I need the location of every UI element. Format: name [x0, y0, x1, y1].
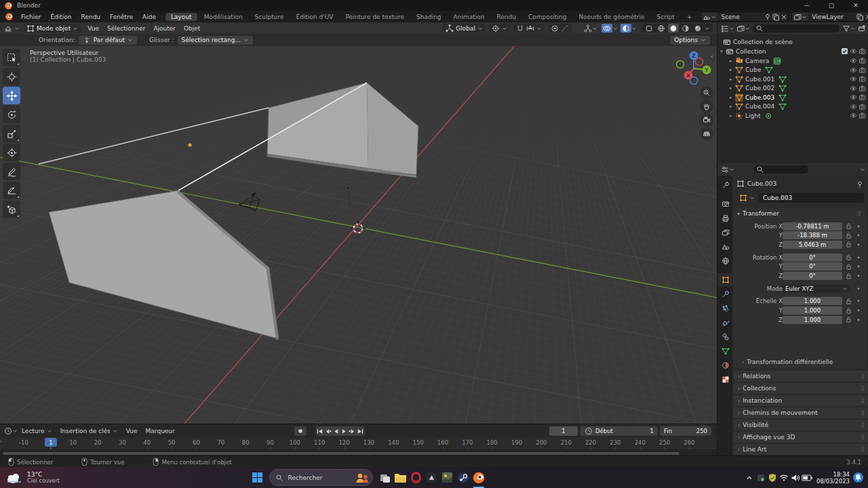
disclosure-triangle[interactable]: ▸ — [730, 77, 735, 82]
workspace-tab--dition-d-uv[interactable]: Édition d'UV — [290, 13, 338, 21]
section-visibilit-[interactable]: ›Visibilité⣿ — [734, 420, 868, 430]
collection-label[interactable]: Collection — [736, 48, 766, 55]
eye-icon[interactable] — [850, 112, 857, 119]
snap-controls[interactable] — [513, 24, 545, 33]
section-chemins-de-mouvement[interactable]: ›Chemins de mouvement⣿ — [734, 407, 868, 418]
transform-value-field[interactable]: 1.000 — [783, 297, 842, 305]
animate-dot-icon[interactable] — [856, 264, 861, 269]
pan-view-button[interactable] — [700, 100, 713, 113]
viewport-menu-s-lectionner[interactable]: Sélectionner — [103, 25, 149, 32]
pivot-point[interactable] — [489, 24, 510, 33]
render-visibility-icon[interactable] — [859, 57, 866, 64]
menu-aide[interactable]: Aide — [138, 14, 161, 20]
play-button[interactable] — [340, 426, 349, 436]
tool-rotate[interactable] — [3, 106, 20, 123]
add-workspace-button[interactable]: + — [682, 13, 698, 21]
disclosure-triangle[interactable]: ▾ — [720, 49, 726, 54]
properties-tab-tool[interactable] — [717, 178, 733, 192]
eye-icon[interactable] — [850, 57, 857, 64]
snap-target-icon[interactable] — [526, 24, 534, 33]
viewport-menu-ajouter[interactable]: Ajouter — [149, 25, 180, 32]
outliner-item-cube-004[interactable]: Cube.004 — [745, 103, 774, 110]
render-visibility-icon[interactable] — [859, 66, 866, 74]
show-overlays-button[interactable] — [601, 24, 612, 33]
close-button[interactable]: ✕ — [844, 0, 868, 11]
workspace-tab-mod-lisation[interactable]: Modélisation — [199, 13, 248, 21]
taskbar-app-widgets[interactable] — [378, 470, 393, 486]
perspective-toggle-button[interactable] — [700, 127, 713, 140]
tool-move[interactable] — [3, 87, 20, 104]
mode-selector[interactable]: Mode objet — [24, 24, 81, 33]
navigation-gizmo[interactable]: Z Y X — [672, 49, 715, 89]
render-visibility-icon[interactable] — [859, 85, 866, 92]
mesh-object-bottom[interactable] — [49, 190, 279, 340]
disclosure-triangle[interactable]: ▸ — [730, 95, 735, 100]
pin-icon[interactable] — [764, 13, 772, 21]
properties-tab-modifiers[interactable] — [717, 287, 733, 301]
menu-fenêtre[interactable]: Fenêtre — [105, 14, 138, 20]
disclosure-triangle[interactable]: ▸ — [730, 85, 735, 91]
render-visibility-icon[interactable] — [859, 112, 866, 119]
workspace-tab-noeuds-de-g-om-trie[interactable]: Noeuds de géométrie — [573, 13, 650, 21]
start-button[interactable] — [250, 470, 265, 486]
timeline-menu-vue[interactable]: Vue — [122, 428, 142, 434]
transform-value-field[interactable]: 0° — [783, 253, 842, 262]
gizmo-axis-neg-x[interactable] — [696, 58, 703, 66]
properties-editor-icon[interactable] — [721, 165, 729, 174]
maximize-button[interactable]: ▢ — [819, 0, 844, 11]
timeline-menu-marqueur[interactable]: Marqueur — [142, 428, 179, 434]
shading-wireframe-button[interactable] — [656, 24, 667, 33]
collection-checkbox[interactable] — [841, 47, 848, 55]
play-reverse-button[interactable] — [332, 426, 340, 436]
lock-icon[interactable] — [845, 222, 852, 230]
render-visibility-icon[interactable] — [859, 94, 866, 101]
drag-setting-dropdown[interactable]: Sélection rectang... — [178, 36, 253, 45]
workspace-tab-script[interactable]: Script — [652, 13, 680, 21]
outliner-item-cube-003[interactable]: Cube.003 — [745, 94, 774, 101]
magnet-icon[interactable] — [516, 24, 524, 33]
section-instanciation[interactable]: ›Instanciation⣿ — [734, 395, 868, 406]
transform-orientation[interactable]: Global — [443, 24, 486, 33]
new-collection-icon[interactable] — [858, 24, 866, 33]
object-origin-dot[interactable] — [189, 144, 192, 147]
outliner-display-mode-icon[interactable] — [721, 24, 729, 33]
shading-material-button[interactable] — [680, 24, 691, 33]
scene-browse[interactable] — [701, 12, 717, 21]
taskbar-app-explorer[interactable] — [393, 470, 408, 486]
filter-icon[interactable] — [842, 24, 850, 33]
options-button[interactable]: Options — [670, 36, 710, 45]
current-frame-indicator[interactable]: 1 — [45, 438, 57, 447]
lock-icon[interactable] — [845, 298, 852, 305]
editor-type-icon[interactable] — [4, 24, 12, 33]
tray-battery[interactable] — [801, 471, 812, 485]
lock-icon[interactable] — [845, 316, 852, 323]
eye-icon[interactable] — [850, 85, 857, 92]
tray-wifi[interactable] — [778, 471, 789, 485]
transform-value-field[interactable]: 5.0463 m — [783, 241, 842, 249]
workspace-tab-animation[interactable]: Animation — [448, 13, 490, 21]
timeline-expand-arrow[interactable]: › — [0, 439, 2, 445]
lock-icon[interactable] — [845, 253, 852, 261]
animate-dot-icon[interactable] — [856, 286, 861, 291]
blender-menu-icon[interactable] — [5, 12, 14, 21]
outliner-filter-display-icon[interactable] — [736, 24, 745, 33]
tray-notifications[interactable] — [852, 471, 864, 485]
timeline-body[interactable] — [0, 449, 717, 455]
unlink-scene-icon[interactable] — [780, 13, 788, 21]
xray-button[interactable] — [620, 24, 631, 33]
chevron-down-icon[interactable] — [860, 167, 865, 172]
section-line-art[interactable]: ›Line Art⣿ — [734, 444, 868, 455]
animate-dot-icon[interactable] — [856, 242, 861, 247]
disclosure-triangle[interactable]: ▸ — [730, 58, 735, 64]
workspace-tab-peinture-de-texture[interactable]: Peinture de texture — [340, 13, 410, 21]
show-gizmo-button[interactable] — [583, 24, 599, 33]
tool-measure[interactable] — [3, 182, 20, 199]
workspace-tab-layout[interactable]: Layout — [165, 13, 197, 21]
new-scene-icon[interactable] — [772, 13, 780, 21]
transform-value-field[interactable]: 1.000 — [783, 316, 842, 324]
section-relations[interactable]: ›Relations⣿ — [734, 371, 868, 382]
new-viewlayer-icon[interactable] — [856, 13, 864, 21]
tool-select-box[interactable] — [3, 49, 20, 66]
proportional-editing[interactable] — [548, 24, 572, 33]
disclosure-triangle[interactable]: ▸ — [730, 67, 735, 73]
